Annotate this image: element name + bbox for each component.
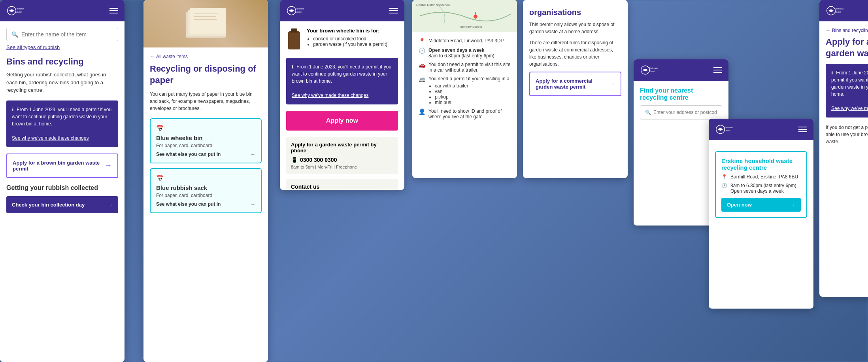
article-body-paper: You can put many types of paper in your … (150, 91, 262, 112)
logo-7: Renfrewshire Council (715, 123, 733, 135)
info-text-1: From 1 June 2023, you'll need a permit i… (12, 107, 111, 127)
svg-text:Renfrewshire: Renfrewshire (835, 8, 843, 10)
logo-6: Renfrewshire Council (640, 64, 658, 76)
bin-card-link-1[interactable]: See what else you can put in → (156, 152, 255, 157)
calendar-icon-2: 📅 (156, 174, 255, 182)
panel-paper: ← All waste items Recycling or disposing… (143, 0, 268, 362)
location-icon-7: 📍 (721, 174, 727, 180)
erskine-hours: 🕐 8am to 6.30pm (last entry 6pm) Open se… (721, 183, 801, 194)
find-centre-title: Find your nearest recycling centre (640, 87, 722, 101)
search-icon-6: 🔍 (645, 110, 651, 115)
svg-point-16 (474, 15, 477, 19)
vehicle-list: car with a trailer van pickup minibus (428, 83, 511, 105)
check-bin-btn[interactable]: Check your bin collection day → (6, 196, 118, 213)
info-icon-8: ℹ (831, 69, 833, 76)
nav-header-7: Renfrewshire Council (709, 119, 813, 140)
clock-icon-7: 🕐 (721, 183, 727, 194)
search-input[interactable] (21, 31, 113, 38)
map-svg: Double Dutch snack van Renfrew School (412, 0, 517, 32)
info-link-1[interactable]: See why we've made these changes (12, 135, 89, 141)
bin-card-sub-2: For paper, card, cardboard (156, 193, 255, 198)
contact-section: Contact us Order a brown bin or ask what… (286, 179, 398, 190)
info-link-8[interactable]: See why we've made these changes (831, 106, 868, 111)
panel-commercial: organisations This permit only allows yo… (523, 0, 628, 178)
commercial-desc-1: This permit only allows you to dispose o… (529, 21, 621, 35)
phone-icon-1: 📱 (291, 157, 298, 163)
apply-now-btn[interactable]: Apply now (286, 111, 398, 131)
logo-3: Renfrewshire Council (286, 5, 304, 17)
search-icon: 🔍 (11, 31, 18, 38)
car-icon: 🚗 (419, 62, 425, 73)
permit-btn-1[interactable]: Apply for a brown bin garden waste permi… (6, 154, 118, 178)
person-icon: 👤 (419, 108, 425, 119)
contact-title: Contact us (291, 184, 393, 190)
info-text-8: From 1 June 2023, you'll need a permit i… (831, 70, 868, 97)
svg-rect-12 (288, 32, 300, 49)
svg-text:Council: Council (295, 11, 301, 13)
info-icon-1: ℹ (12, 106, 14, 113)
back-link-paper[interactable]: ← All waste items (150, 54, 262, 59)
hamburger-icon-1[interactable] (109, 8, 118, 13)
logo-1: Renfrewshire Council (6, 5, 24, 17)
commercial-section-title: organisations (529, 8, 621, 17)
paper-image (143, 0, 268, 47)
page-desc-1: Getting your rubbish collected, what goe… (6, 71, 118, 94)
section-title-1: Getting your rubbish collected (6, 184, 118, 191)
panel-bins-recycling: Renfrewshire Council 🔍 See all types of … (0, 0, 125, 362)
search-bar[interactable]: 🔍 (6, 28, 118, 41)
arrow-right-icon-2: → (108, 202, 113, 208)
arrow-right-card-1: → (251, 152, 255, 157)
svg-text:Renfrewshire: Renfrewshire (295, 8, 304, 10)
svg-rect-5 (190, 8, 226, 34)
calendar-icon-1: 📅 (156, 125, 255, 132)
svg-text:Council: Council (649, 70, 655, 72)
address-input-wrapper[interactable]: 🔍 (640, 105, 722, 119)
open-now-btn[interactable]: Open now → (721, 198, 801, 212)
phone-title: Apply for a garden waste permit by phone (291, 142, 393, 154)
paper-stack-svg (182, 4, 230, 44)
address-input[interactable] (653, 110, 717, 115)
permit-note-row: 🚗 You don't need a permit to visit this … (419, 62, 511, 73)
svg-text:Renfrewshire: Renfrewshire (15, 8, 24, 10)
permit-required-row: 🚐 You need a permit if you're visiting i… (419, 76, 511, 105)
hamburger-icon-6[interactable] (713, 67, 722, 73)
erskine-card: Erskine household waste recycling centre… (715, 151, 807, 218)
arrow-right-icon-1: → (105, 161, 112, 170)
svg-rect-14 (291, 28, 297, 32)
nav-header-3: Renfrewshire Council (280, 0, 404, 21)
bin-card-sub-1: For paper, card, cardboard (156, 143, 255, 148)
bin-for-list: cooked or uncooked food garden waste (if… (307, 36, 387, 47)
svg-text:Renfrewshire: Renfrewshire (724, 127, 733, 129)
bin-card-link-2[interactable]: See what else you can put in → (156, 201, 255, 207)
see-all-link[interactable]: See all types of rubbish (6, 44, 118, 50)
svg-text:Renfrew School: Renfrew School (460, 25, 482, 28)
panel-brown-bin: Renfrewshire Council Your brown wheelie … (280, 0, 404, 190)
arrow-right-card-2: → (251, 201, 255, 207)
centre-title: Erskine household waste recycling centre (721, 157, 801, 171)
bin-card-blue-sack: 📅 Blue rubbish sack For paper, card, car… (150, 168, 262, 213)
commercial-desc-2: There are different rules for disposing … (529, 39, 621, 68)
hours-row: 🕐 Open seven days a week 8am to 6.30pm (… (419, 47, 511, 59)
commercial-permit-btn[interactable]: Apply for a commercial garden waste perm… (529, 72, 621, 96)
nav-header-1: Renfrewshire Council (0, 0, 125, 21)
id-note-row: 👤 You'll need to show ID and proof of wh… (419, 108, 511, 119)
nav-header-6: Renfrewshire Council (634, 59, 728, 81)
bin-card-title-1: Blue wheelie bin (156, 135, 255, 141)
phone-section: Apply for a garden waste permit by phone… (286, 137, 398, 174)
panel-erskine: Renfrewshire Council Erskine household w… (709, 119, 813, 309)
hamburger-icon-7[interactable] (798, 127, 807, 132)
arrow-right-commercial: → (608, 80, 615, 88)
hamburger-icon-3[interactable] (389, 8, 398, 13)
svg-text:Renfrewshire: Renfrewshire (649, 67, 658, 69)
svg-text:Council: Council (724, 130, 730, 132)
breadcrumb-8[interactable]: ← Bins and recycling (826, 28, 868, 33)
arrow-left-icon: ← (150, 54, 155, 59)
address-row: 📍 Middleton Road, Linwood, PA3 3DP (419, 38, 511, 44)
svg-text:Council: Council (15, 11, 21, 13)
map-area: Double Dutch snack van Renfrew School (412, 0, 517, 32)
info-link-3[interactable]: See why we've made these changes (292, 93, 368, 98)
clock-icon-1: 🕐 (419, 47, 425, 59)
van-icon: 🚐 (419, 76, 425, 105)
logo-8: Renfrewshire Council (826, 5, 843, 17)
arrow-left-icon-8: ← (826, 28, 830, 33)
